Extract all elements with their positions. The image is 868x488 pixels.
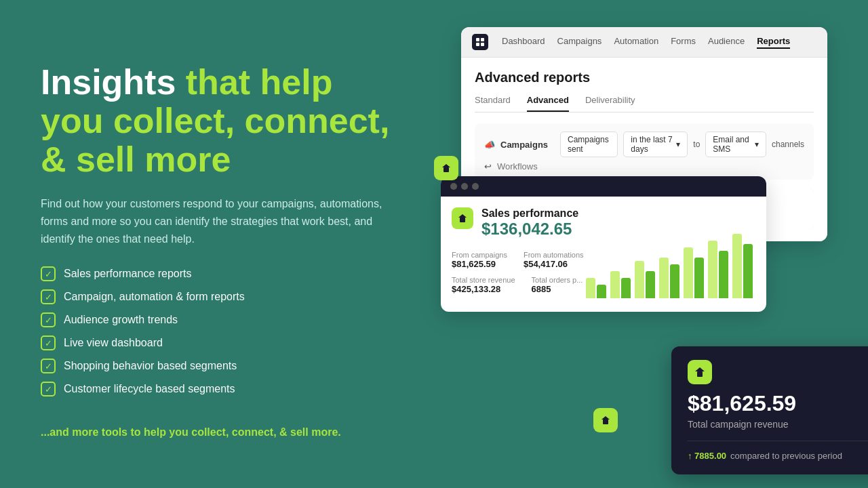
svg-rect-2 — [476, 43, 479, 46]
svg-rect-7 — [697, 371, 703, 377]
nav-reports[interactable]: Reports — [757, 36, 790, 49]
svg-rect-3 — [481, 43, 484, 46]
from-automations-label: From automations — [524, 251, 584, 259]
tab-advanced[interactable]: Advanced — [527, 95, 569, 112]
footer-suffix: to help you collect, connect, & sell mor… — [130, 426, 340, 438]
store-revenue-value: $425,133.28 — [452, 284, 515, 294]
bar-light — [732, 234, 742, 298]
checklist-item: ✓ Live view dashboard — [41, 336, 400, 350]
right-panel: Dashboard Campaigns Automation Forms Aud… — [434, 0, 868, 488]
check-icon: ✓ — [41, 359, 56, 373]
checklist-item: ✓ Campaign, automation & form reports — [41, 289, 400, 304]
campaigns-filter-row: 📣 Campaigns Campaigns sent in the last 7… — [484, 131, 804, 157]
nav-campaigns[interactable]: Campaigns — [557, 36, 602, 49]
checklist-item: ✓ Customer lifecycle based segments — [41, 382, 400, 396]
bar-group — [732, 234, 753, 298]
sales-card: Sales performance $136,042.65 From campa… — [441, 176, 766, 312]
reports-title: Advanced reports — [475, 70, 814, 85]
tab-standard[interactable]: Standard — [475, 95, 511, 112]
svg-rect-0 — [476, 38, 479, 41]
bar-dark — [670, 264, 679, 298]
sales-title: Sales performance — [481, 207, 578, 220]
footer-text: ...and more tools to help you collect, c… — [41, 426, 400, 439]
workflows-icon: ↩ — [484, 161, 492, 171]
bar-group — [659, 258, 679, 298]
nav-automation[interactable]: Automation — [614, 36, 658, 49]
period-dropdown[interactable]: in the last 7 days ▾ — [623, 131, 688, 157]
from-campaigns-label: From campaigns — [452, 251, 507, 259]
main-headline: Insights that help you collect, connect,… — [41, 63, 400, 180]
svg-rect-5 — [460, 218, 465, 222]
filter-to-text: to — [693, 140, 700, 149]
bar-dark — [719, 251, 728, 298]
checklist-item-text: Customer lifecycle based segments — [64, 383, 235, 395]
check-icon: ✓ — [41, 266, 56, 281]
filter-campaigns-label[interactable]: Campaigns — [500, 140, 555, 150]
sales-total: $136,042.65 — [481, 220, 578, 239]
nav-audience[interactable]: Audience — [708, 36, 745, 49]
connector-icon-bottom — [593, 408, 618, 432]
campaigns-icon: 📣 — [484, 140, 495, 150]
bar-group — [708, 241, 728, 298]
revenue-card: $81,625.59 Total campaign revenue ↑ 7885… — [671, 346, 868, 474]
left-panel: Insights that help you collect, connect,… — [0, 0, 434, 488]
revenue-comparison: ↑ 7885.00 compared to previous period — [688, 451, 868, 461]
bar-group — [610, 271, 631, 298]
nav-dashboard[interactable]: Dashboard — [502, 36, 545, 49]
bar-group — [684, 247, 704, 298]
footer-prefix: ...and more tools — [41, 426, 127, 438]
bar-light — [684, 247, 693, 298]
revenue-amount: $81,625.59 — [688, 391, 868, 416]
bar-dark — [621, 278, 631, 298]
from-automations-detail: From automations $54,417.06 — [524, 251, 584, 269]
check-icon: ✓ — [41, 289, 56, 304]
revenue-label: Total campaign revenue — [688, 419, 868, 430]
checklist-item-text: Sales performance reports — [64, 268, 192, 280]
nav-bar: Dashboard Campaigns Automation Forms Aud… — [461, 27, 827, 58]
bar-dark — [743, 244, 753, 298]
filter-workflows-label[interactable]: Workflows — [497, 161, 551, 171]
svg-rect-1 — [481, 38, 484, 41]
tab-deliverability[interactable]: Deliverability — [585, 95, 635, 112]
revenue-icon — [688, 360, 712, 384]
from-campaigns-value: $81,625.59 — [452, 259, 507, 269]
from-automations-value: $54,417.06 — [524, 259, 584, 269]
headline-white: Insights — [41, 62, 176, 102]
checklist-item-text: Audience growth trends — [64, 314, 178, 326]
bar-dark — [646, 271, 655, 298]
total-orders-value: 6885 — [532, 284, 583, 294]
checklist-item-text: Shopping behavior based segments — [64, 360, 237, 372]
checklist-item-text: Campaign, automation & form reports — [64, 291, 245, 303]
svg-rect-4 — [443, 167, 449, 172]
checklist-item: ✓ Sales performance reports — [41, 266, 400, 281]
bar-light — [586, 278, 595, 298]
dot3 — [472, 183, 479, 190]
workflows-filter-row: ↩ Workflows — [484, 161, 804, 171]
bar-chart — [586, 230, 753, 298]
check-icon: ✓ — [41, 312, 56, 327]
feature-checklist: ✓ Sales performance reports ✓ Campaign, … — [41, 266, 400, 405]
connector-icon-top — [434, 156, 458, 180]
check-icon: ✓ — [41, 382, 56, 396]
revenue-up-value: ↑ 7885.00 — [688, 451, 726, 461]
revenue-divider — [688, 441, 868, 441]
bar-dark — [597, 285, 606, 298]
tabs-row: Standard Advanced Deliverability — [475, 95, 814, 113]
bar-light — [708, 241, 717, 298]
bar-light — [610, 271, 620, 298]
check-icon: ✓ — [41, 336, 56, 350]
dot2 — [461, 183, 468, 190]
sales-card-header — [441, 176, 766, 197]
checklist-item: ✓ Shopping behavior based segments — [41, 359, 400, 373]
bar-light — [659, 258, 669, 298]
description-text: Find out how your customers respond to y… — [41, 195, 393, 247]
revenue-comparison-text: compared to previous period — [730, 451, 842, 461]
nav-forms[interactable]: Forms — [671, 36, 696, 49]
nav-items: Dashboard Campaigns Automation Forms Aud… — [502, 36, 790, 49]
bar-group — [635, 261, 655, 298]
from-campaigns-detail: From campaigns $81,625.59 — [452, 251, 507, 269]
filter-section: 📣 Campaigns Campaigns sent in the last 7… — [475, 123, 814, 180]
store-revenue-detail: Total store revenue $425,133.28 — [452, 276, 515, 294]
campaigns-sent-dropdown[interactable]: Campaigns sent — [560, 131, 618, 157]
channel-dropdown[interactable]: Email and SMS ▾ — [705, 131, 766, 157]
